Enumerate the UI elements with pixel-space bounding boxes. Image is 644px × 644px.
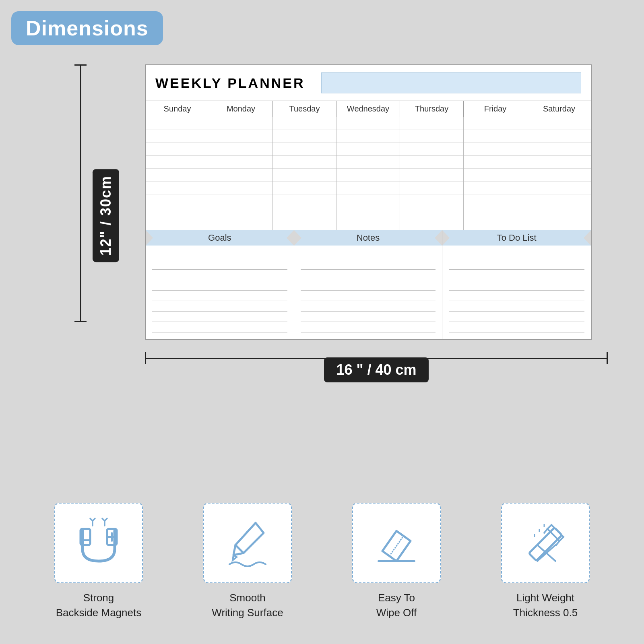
section-line [449,270,584,280]
section-header-notes: Notes [294,230,442,246]
day-row-line [464,207,527,220]
day-row-line [273,169,336,182]
section-line [301,312,436,322]
day-row-line [464,117,527,130]
section-line [301,291,436,301]
section-line [152,291,287,301]
section-lines [442,246,591,339]
width-label: 16 " / 40 cm [145,357,608,382]
day-col-saturday [527,117,591,230]
day-row-line [400,143,463,156]
day-row-line [146,194,209,207]
section-line [449,280,584,291]
section-line [152,322,287,332]
day-col-sunday [146,117,209,230]
vertical-arrow [72,64,89,322]
day-row-line [527,169,591,182]
day-row-line [527,194,591,207]
day-row-line [527,143,591,156]
section-lines [294,246,442,339]
day-row-line [146,143,209,156]
magnet-icon [72,517,125,569]
day-row-line [209,156,272,169]
planner-container: 12" / 30cm 16 " / 40 cm WEEKLY PLANNER S… [72,56,608,346]
section-line [301,301,436,312]
svg-line-5 [105,518,107,521]
day-row-line [336,207,400,220]
section-line [449,322,584,332]
eraser-icon [370,517,423,569]
section-line [301,280,436,291]
day-header-saturday: Saturday [527,101,591,117]
day-row-line [273,207,336,220]
section-header-to-do list: To Do List [442,230,591,246]
day-col-thursday [400,117,464,230]
planner-date-box[interactable] [321,72,582,93]
section-line [301,259,436,270]
feature-writing-label: SmoothWriting Surface [212,590,283,620]
feature-thickness-label: Light WeightThickness 0.5 [513,590,578,620]
bottom-sections: GoalsNotesTo Do List [146,230,591,339]
section-line [152,280,287,291]
feature-eraser-label: Easy ToWipe Off [376,590,417,620]
weekly-planner: WEEKLY PLANNER SundayMondayTuesdayWednes… [145,64,592,340]
day-row-line [209,182,272,194]
day-row-line [273,117,336,130]
ruler-icon-box [501,503,590,583]
section-line [152,249,287,259]
section-line [449,249,584,259]
day-row-line [464,194,527,207]
day-row-line [273,130,336,143]
day-row-line [400,182,463,194]
section-label: Notes [357,233,380,243]
ruler-icon [519,517,572,569]
dimensions-badge: Dimensions [11,11,163,45]
day-row-line [209,194,272,207]
day-row-line [273,143,336,156]
dimensions-badge-label: Dimensions [26,17,149,40]
day-row-line [209,143,272,156]
section-line [449,259,584,270]
day-row-line [146,182,209,194]
day-row-line [146,207,209,220]
section-col-goals: Goals [146,230,294,339]
day-row-line [527,117,591,130]
section-lines [146,246,294,339]
section-label: Goals [208,233,231,243]
day-row-line [209,169,272,182]
day-row-line [146,117,209,130]
day-col-friday [464,117,527,230]
eraser-icon-box [352,503,441,583]
day-row-line [336,117,400,130]
day-row-line [400,207,463,220]
day-row-line [400,117,463,130]
day-row-line [527,130,591,143]
svg-line-11 [235,545,244,553]
feature-magnets: StrongBackside Magnets [46,503,151,620]
day-row-line [464,130,527,143]
arrow-cap-bottom [74,321,87,322]
magnets-icon-box [54,503,143,583]
feature-eraser: Easy ToWipe Off [344,503,449,620]
day-row-line [273,194,336,207]
day-row-line [464,182,527,194]
section-line [301,249,436,259]
section-col-notes: Notes [294,230,443,339]
day-col-tuesday [273,117,336,230]
section-header-goals: Goals [146,230,294,246]
feature-thickness: Light WeightThickness 0.5 [493,503,598,620]
day-row-line [527,182,591,194]
section-line [152,270,287,280]
day-col-monday [209,117,273,230]
section-col-to-do list: To Do List [442,230,591,339]
planner-header: WEEKLY PLANNER [146,65,591,101]
section-line [449,291,584,301]
section-line [449,312,584,322]
day-header-thursday: Thursday [400,101,464,117]
width-label-box: 16 " / 40 cm [324,357,428,382]
day-header-monday: Monday [209,101,273,117]
day-row-line [527,156,591,169]
day-row-line [273,156,336,169]
day-row-line [336,182,400,194]
day-row-line [400,194,463,207]
